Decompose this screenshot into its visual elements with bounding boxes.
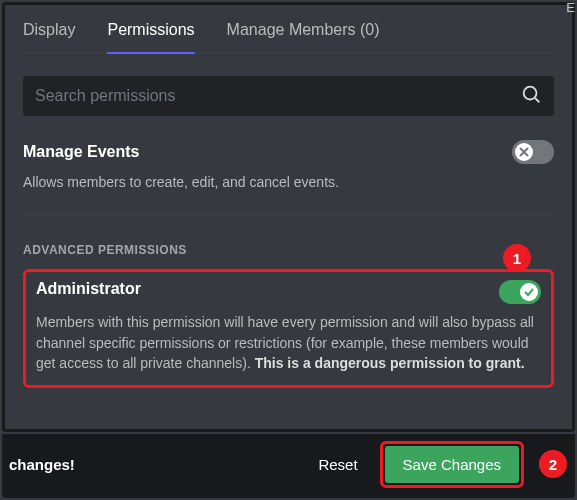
unsaved-message: changes! [9,456,75,473]
permission-description: Allows members to create, edit, and canc… [23,172,554,192]
unsaved-changes-bar: changes! Reset Save Changes [2,434,575,498]
permission-manage-events: Manage Events Allows members to create, … [23,140,554,215]
tab-display[interactable]: Display [23,15,75,53]
annotation-badge-1: 1 [503,244,531,272]
highlight-administrator: Administrator Members with this permissi… [23,269,554,388]
highlight-save: Save Changes [380,441,524,488]
toggle-knob [520,283,538,301]
annotation-badge-2: 2 [539,450,567,478]
search-permissions[interactable] [23,76,554,116]
search-icon [520,83,542,109]
cropped-text: E [566,0,575,15]
permission-description: Members with this permission will have e… [36,312,541,373]
settings-tabs: Display Permissions Manage Members (0) [23,5,554,54]
toggle-manage-events[interactable] [512,140,554,164]
permission-title: Administrator [36,280,141,298]
toggle-administrator[interactable] [499,280,541,304]
search-input[interactable] [35,87,520,105]
tab-manage-members[interactable]: Manage Members (0) [227,15,380,53]
svg-point-0 [524,87,537,100]
permission-title: Manage Events [23,143,139,161]
svg-line-1 [535,98,539,102]
reset-button[interactable]: Reset [318,456,357,473]
save-changes-button[interactable]: Save Changes [385,446,519,483]
tab-permissions[interactable]: Permissions [107,15,194,53]
toggle-knob [515,143,533,161]
section-advanced-permissions: ADVANCED PERMISSIONS [23,243,554,257]
